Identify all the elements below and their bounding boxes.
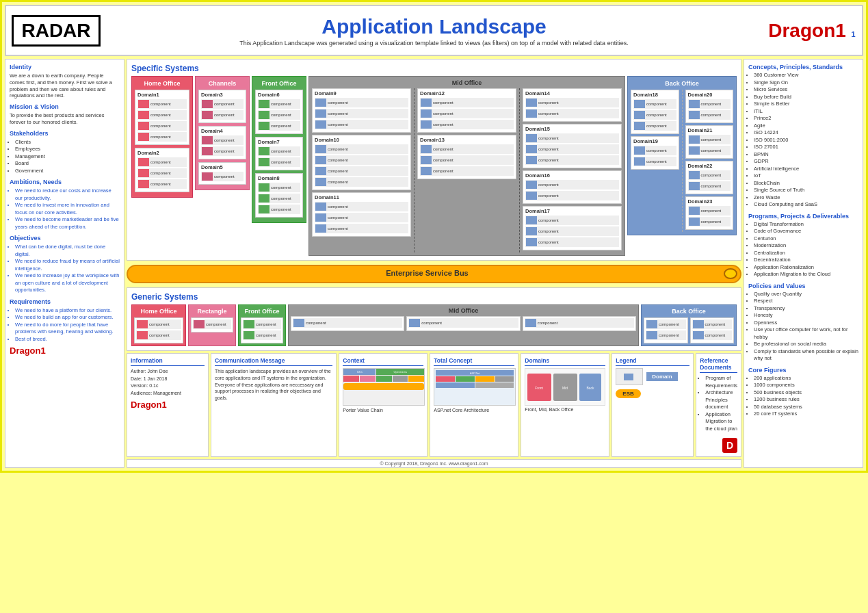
gen-front-label: Front Office [241,307,283,315]
communication-text: This application landscape provides an o… [215,368,332,402]
component-icon [138,169,149,177]
component-text: component [433,101,453,105]
component-block: component [315,155,408,165]
pvc-cell [393,376,408,382]
component-icon [259,122,269,130]
component-text: component [433,158,453,162]
list-item: We need to increase joy at the workplace… [15,272,120,294]
list-item: Agile [754,122,858,130]
domain9-card: Domain9 component component [312,88,411,133]
gen-card: component component [690,317,735,343]
component-block: component [137,121,187,131]
pvc-label: Porter Value Chain [343,408,423,413]
gen-rect-label: Rectangle [191,307,233,315]
component-icon [421,120,432,129]
component-text: component [328,147,348,151]
component-text: component [256,333,276,337]
domain7-title: Domain7 [258,139,300,145]
domain1-card: Domain1 component component [135,90,189,145]
objectives-title: Objectives [10,235,120,242]
component-text: component [150,160,171,164]
component-icon [315,203,326,211]
domains-title: Domains [525,357,605,366]
component-text: component [433,169,453,173]
component-block: component [315,144,408,154]
component-icon [259,147,269,155]
component-text: component [150,102,171,106]
component-block: component [525,216,619,225]
gen-mid-office: Mid Office component [288,304,639,346]
legend-domain-box [616,368,643,385]
component-icon [526,156,537,164]
domain20-title: Domain20 [688,92,731,98]
component-block: component [137,179,187,189]
list-item: Management [15,153,120,161]
component-text: component [214,113,235,117]
domain13-title: Domain13 [420,137,514,143]
component-block: component [688,99,731,109]
list-item: We need to reduce our costs and increase… [15,187,120,202]
list-item: What can be done digital, must be done d… [15,244,120,258]
list-item: Modernization [754,242,858,250]
list-item: Honesty [754,312,858,319]
aspnet-cell [475,382,514,388]
component-text: component [433,122,453,127]
component-text: component [701,148,722,153]
component-block: component [201,172,244,181]
information-text: Author: John DoeDate: 1 Jan 2018Version:… [131,368,205,397]
component-icon [138,111,149,119]
component-text: component [659,322,679,326]
component-icon [646,320,657,328]
domains-label: Front, Mid, Back Office [525,407,605,412]
list-item: We need to build an app for our customer… [15,314,120,322]
component-block: component [137,157,187,167]
page-title: Application Landscape [101,15,767,38]
component-block: component [420,98,514,107]
component-block: component [315,177,408,187]
main-layout: Identity We are a down to earth company.… [5,59,863,468]
component-icon [421,156,432,164]
domain19-title: Domain19 [633,138,676,144]
gen-card: component [291,316,404,331]
component-icon [138,100,149,108]
list-item: Single Sign On [754,79,858,87]
component-text: component [149,322,170,326]
component-block: component [201,146,244,156]
esb-label: Enterprise Service Bus [386,269,468,277]
back-office-label: Back Office [631,79,733,88]
list-item: ISO 9001:2000 [754,137,858,144]
list-item: 20 core IT systems [754,410,858,418]
component-block: component [525,133,619,143]
component-text: component [149,333,170,337]
gen-card: component component [241,317,283,343]
component-text: component [433,147,453,151]
core-list: 200 applications 1000 components 500 bus… [748,375,858,418]
component-icon [689,207,700,215]
channels-label: Channels [198,79,246,88]
domain8-title: Domain8 [258,175,300,181]
pvc-cell [343,376,359,382]
component-block: component [692,319,733,329]
component-text: component [306,321,326,325]
domain5-card: Domain5 component [198,162,246,185]
context-title: Context [343,357,423,366]
component-icon [137,320,148,328]
legend-title: Legend [616,357,689,366]
aspnet-row [436,376,514,382]
component-block: component [258,146,300,156]
component-icon [689,218,700,226]
domain3-card: Domain3 component component [198,90,246,123]
front-office-label: Front Office [255,79,303,88]
dragon1-header-label: Dragon1 1 [767,20,856,42]
component-icon [526,227,537,235]
component-block: component [201,99,244,109]
component-icon [689,171,700,179]
list-item: Artificial Intelligence [754,166,858,173]
core-title: Core Figures [748,367,858,374]
generic-systems-panel: Generic Systems Home Office component [127,287,741,351]
systems-row: Home Office Domain1 component component [131,76,737,256]
component-icon [138,158,149,166]
gen-mid-label: Mid Office [291,307,636,314]
component-icon [259,100,269,108]
component-text: component [705,333,726,337]
